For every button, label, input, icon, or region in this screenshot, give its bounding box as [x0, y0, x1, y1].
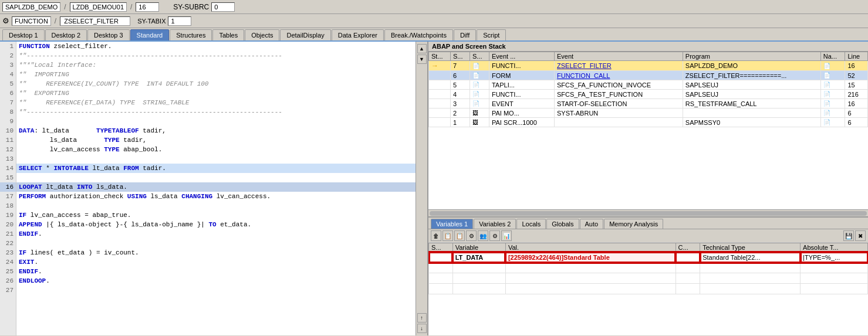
stack-cell: 📄 — [820, 118, 845, 127]
code-line-9[interactable] — [16, 117, 416, 126]
vars-row[interactable]: LT_DATA[2259892x22(464)]Standard TableSt… — [429, 252, 868, 263]
code-line-13[interactable] — [16, 154, 416, 164]
stack-table: St...S...S...Event ...EventProgramNa...L… — [428, 52, 868, 127]
code-line-21[interactable]: ENDIF. — [16, 229, 416, 239]
code-line-15[interactable] — [16, 173, 416, 182]
code-line-3[interactable]: *"*"Local Interface: — [16, 60, 416, 70]
tab-desktop-2[interactable]: Desktop 2 — [45, 29, 87, 40]
code-line-12[interactable]: lv_can_access TYPE abap_bool. — [16, 145, 416, 154]
code-line-4[interactable]: *" IMPORTING — [16, 70, 416, 79]
code-line-27[interactable] — [16, 286, 416, 295]
stack-scrollbar[interactable] — [428, 209, 868, 216]
line-num-2: 2 — [0, 51, 16, 60]
vars-row[interactable] — [429, 284, 868, 294]
code-line-18[interactable] — [16, 201, 416, 211]
code-line-7[interactable]: *" REFERENCE(ET_DATA) TYPE STRING_TABLE — [16, 98, 416, 107]
tab-data-explorer[interactable]: Data Explorer — [332, 29, 384, 40]
close-vars-btn[interactable]: ✖ — [855, 230, 866, 241]
code-line-5[interactable]: *" REFERENCE(IV_COUNT) TYPE INT4 DEFAULT… — [16, 79, 416, 89]
settings-btn[interactable]: ⚙ — [489, 230, 500, 241]
collapse-btn[interactable]: ▲ — [417, 44, 427, 53]
code-line-25[interactable]: ENDIF. — [16, 267, 416, 276]
code-line-8[interactable]: *"--------------------------------------… — [16, 107, 416, 117]
tab-detaildisplay[interactable]: DetailDisplay — [280, 29, 330, 40]
vars-col: Absolute T... — [801, 243, 868, 252]
code-line-23[interactable]: IF lines( et_data ) = iv_count. — [16, 248, 416, 257]
stack-row[interactable]: 2🖼PAI MO...SYST-ABRUN📄6 — [429, 108, 868, 118]
code-line-14[interactable]: SELECT * INTO TABLE lt_data FROM tadir. — [16, 164, 416, 173]
func-type[interactable]: FUNCTION — [12, 16, 51, 26]
save-btn[interactable]: 💾 — [843, 230, 854, 241]
stack-col-st---: St... — [429, 52, 451, 61]
tab-script[interactable]: Script — [477, 29, 506, 40]
scroll-down-btn[interactable]: ↓ — [417, 324, 427, 333]
vars-tab-variables-1[interactable]: Variables 1 — [431, 219, 473, 229]
stack-cell: 6 — [845, 108, 868, 118]
tab-standard[interactable]: Standard — [130, 29, 170, 40]
stack-cell: SYST-ABRUN — [555, 108, 683, 118]
vars-col: Val. — [505, 243, 676, 252]
tab-break--watchpoints[interactable]: Break./Watchpoints — [384, 29, 453, 40]
code-line-1[interactable]: FUNCTION zselect_filter. — [16, 42, 416, 51]
tab-desktop-1[interactable]: Desktop 1 — [2, 29, 45, 40]
stack-col-program: Program — [683, 52, 820, 61]
stack-row[interactable]: →7📄FUNCTI...ZSELECT_FILTERSAPLZDB_DEMO📄1… — [429, 61, 868, 71]
tab-tables[interactable]: Tables — [212, 29, 244, 40]
include-name[interactable]: LZDB_DEMOU01 — [70, 2, 127, 12]
stack-row[interactable]: 6📄FORMFUNCTION_CALLZSELECT_FILTER=======… — [429, 71, 868, 80]
tab-desktop-3[interactable]: Desktop 3 — [87, 29, 130, 40]
config-btn[interactable]: ⚙ — [466, 230, 477, 241]
vars-cell — [429, 273, 453, 284]
line-number[interactable]: 16 — [136, 2, 159, 12]
tab-structures[interactable]: Structures — [170, 29, 212, 40]
code-line-22[interactable] — [16, 239, 416, 248]
stack-cell: SAPLZDB_DEMO — [683, 61, 820, 71]
stack-row[interactable]: 1🖼PAI SCR...1000SAPMSSY0📄6 — [429, 118, 868, 127]
vars-tab-auto[interactable]: Auto — [580, 219, 604, 229]
stack-col-event----: Event ... — [489, 52, 554, 61]
code-line-2[interactable]: *"--------------------------------------… — [16, 51, 416, 60]
stack-cell[interactable]: ZSELECT_FILTER — [555, 61, 683, 71]
code-line-6[interactable]: *" EXPORTING — [16, 89, 416, 98]
stack-cell: 52 — [845, 71, 868, 80]
stack-cell — [429, 108, 451, 118]
stack-cell[interactable]: FUNCTION_CALL — [555, 71, 683, 80]
stack-cell: START-OF-SELECTION — [555, 99, 683, 108]
vars-cell — [452, 273, 505, 284]
stack-cell: 216 — [845, 90, 868, 99]
vars-tab-locals[interactable]: Locals — [516, 219, 546, 229]
tab-objects[interactable]: Objects — [245, 29, 279, 40]
tab-diff[interactable]: Diff — [454, 29, 476, 40]
scroll-up-btn[interactable]: ↑ — [417, 313, 427, 323]
code-line-17[interactable]: PERFORM authorization_check USING ls_dat… — [16, 192, 416, 201]
top-toolbar: SAPLZDB_DEMO / LZDB_DEMOU01 / 16 SY-SUBR… — [0, 0, 868, 14]
delete-btn[interactable]: 🗑 — [431, 230, 441, 241]
func-name[interactable]: ZSELECT_FILTER — [60, 16, 130, 26]
code-line-26[interactable]: ENDLOOP. — [16, 276, 416, 286]
code-lines[interactable]: FUNCTION zselect_filter.*"--------------… — [16, 42, 416, 335]
code-line-19[interactable]: IF lv_can_access = abap_true. — [16, 211, 416, 220]
code-line-16[interactable]: LOOP AT lt_data INTO ls_data. — [16, 182, 416, 192]
stack-cell: 📄 — [820, 71, 845, 80]
vars-tab-variables-2[interactable]: Variables 2 — [474, 219, 516, 229]
vars-row[interactable] — [429, 263, 868, 273]
group-btn[interactable]: 👥 — [478, 230, 488, 241]
copy-btn[interactable]: 📋 — [443, 230, 453, 241]
code-line-10[interactable]: DATA: lt_data TYPE TABLE OF tadir, — [16, 126, 416, 135]
stack-row[interactable]: 3📄EVENTSTART-OF-SELECTIONRS_TESTFRAME_CA… — [429, 99, 868, 108]
stack-hscroll[interactable] — [430, 211, 867, 216]
vars-row[interactable] — [429, 273, 868, 284]
code-line-11[interactable]: ls_data TYPE tadir, — [16, 135, 416, 145]
chart-btn[interactable]: 📊 — [501, 230, 512, 241]
program-name[interactable]: SAPLZDB_DEMO — [2, 2, 60, 12]
vars-tab-globals[interactable]: Globals — [546, 219, 579, 229]
stack-row[interactable]: 5📄TAPLI...SFCS_FA_FUNCTION_INVOCESAPLSEU… — [429, 80, 868, 90]
code-line-24[interactable]: EXIT. — [16, 257, 416, 267]
expand-btn[interactable]: ▼ — [417, 55, 427, 64]
vars-tab-memory-analysis[interactable]: Memory Analysis — [604, 219, 663, 229]
paste-btn[interactable]: 📋 — [454, 230, 465, 241]
code-line-20[interactable]: APPEND |{ ls_data-object }-{ ls_data-obj… — [16, 220, 416, 229]
stack-cell: 🖼 — [470, 118, 489, 127]
stack-row[interactable]: 4📄FUNCTI...SFCS_FA_TEST_FUNCTIONSAPLSEUJ… — [429, 90, 868, 99]
vars-cell — [700, 273, 801, 284]
